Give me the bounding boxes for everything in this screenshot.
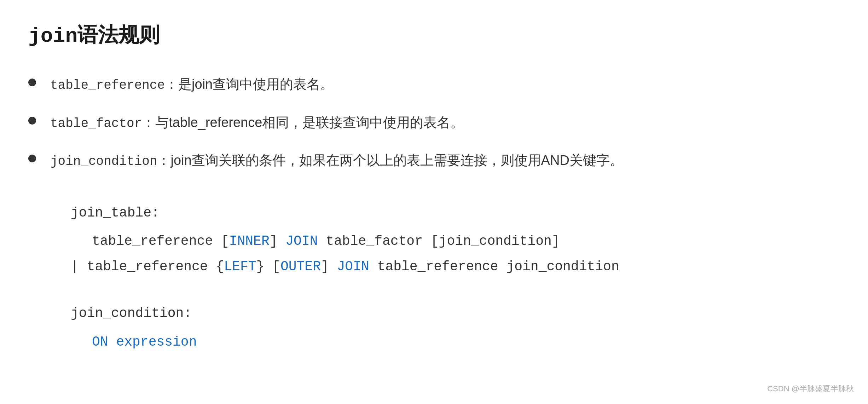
bullet-dot	[28, 155, 36, 162]
bullet-content-2: join_condition：join查询关联的条件，如果在两个以上的表上需要连…	[50, 150, 840, 172]
page-title: join语法规则	[28, 21, 840, 49]
bullet-text-0: ：是join查询中使用的表名。	[165, 77, 334, 92]
code-block-label-1: join_condition:	[71, 301, 840, 326]
bullet-code-1: table_factor	[50, 116, 142, 131]
bullet-text-1: ：与table_reference相同，是联接查询中使用的表名。	[142, 115, 464, 130]
bullet-dot	[28, 79, 36, 86]
code-line-1-0: ON expression	[92, 329, 840, 355]
code-line-0-0: table_reference [INNER] JOIN table_facto…	[92, 229, 840, 254]
bullet-item-2: join_condition：join查询关联的条件，如果在两个以上的表上需要连…	[28, 150, 840, 172]
bullet-dot	[28, 117, 36, 125]
bullet-code-2: join_condition	[50, 154, 157, 169]
code-block-0: join_table:table_reference [INNER] JOIN …	[71, 200, 840, 280]
bullet-content-1: table_factor：与table_reference相同，是联接查询中使用…	[50, 112, 840, 134]
bullet-content-0: table_reference：是join查询中使用的表名。	[50, 74, 840, 96]
watermark: CSDN @半脉盛夏半脉秋	[767, 383, 854, 394]
bullet-item-0: table_reference：是join查询中使用的表名。	[28, 74, 840, 96]
code-block-label-0: join_table:	[71, 200, 840, 226]
code-block-1: join_condition:ON expression	[71, 301, 840, 354]
code-section: join_table:table_reference [INNER] JOIN …	[28, 200, 840, 355]
bullet-code-0: table_reference	[50, 78, 165, 93]
bullet-text-2: ：join查询关联的条件，如果在两个以上的表上需要连接，则使用AND关键字。	[157, 153, 623, 168]
code-line-0-1: | table_reference {LEFT} [OUTER] JOIN ta…	[71, 259, 619, 274]
bullet-list: table_reference：是join查询中使用的表名。table_fact…	[28, 74, 840, 172]
bullet-item-1: table_factor：与table_reference相同，是联接查询中使用…	[28, 112, 840, 134]
